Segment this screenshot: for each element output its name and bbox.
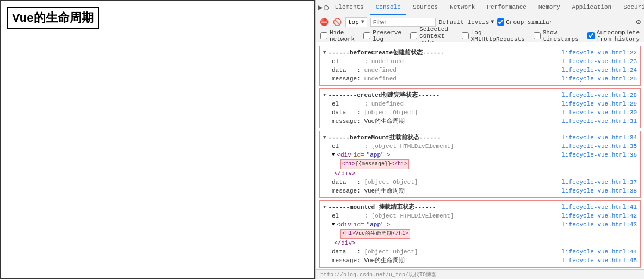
top-label: top	[348, 19, 359, 26]
link-bm-data[interactable]: lifecycle-vue.html:37	[561, 178, 637, 187]
log-xhr-option: Log XMLHttpRequests	[462, 29, 525, 42]
section-mounted: ▼ ------mounted 挂载结束状态------ lifecycle-v…	[319, 200, 641, 268]
mo-div-tag-open: <div	[337, 220, 351, 229]
link-beforecreate-header[interactable]: lifecycle-vue.html:22	[561, 48, 637, 57]
mo-div-attr-name: id=	[354, 220, 364, 229]
stop-icon[interactable]: 🚫	[332, 17, 342, 27]
link-mo-data[interactable]: lifecycle-vue.html:44	[561, 247, 637, 256]
hide-network-checkbox[interactable]	[320, 32, 327, 39]
hide-network-option: Hide network	[320, 29, 355, 42]
page-title: Vue的生命周期	[7, 7, 99, 29]
mo-data-text: data : [object Object]	[332, 247, 561, 256]
mo-h1-rendered: <h1>Vue的生命周期</h1>	[340, 229, 410, 239]
section-title-beforemount: ------beforeMount挂载前状态------	[328, 133, 441, 142]
link-cr-el[interactable]: lifecycle-vue.html:29	[561, 100, 637, 108]
link-cr-msg[interactable]: lifecycle-vue.html:31	[561, 117, 637, 126]
link-mo-msg[interactable]: lifecycle-vue.html:45	[561, 256, 637, 265]
link-cr-data[interactable]: lifecycle-vue.html:30	[561, 108, 637, 117]
status-url: http://blog.csdn.net/u_top/现代TO博客	[320, 271, 437, 278]
show-timestamps-checkbox[interactable]	[534, 32, 541, 39]
tab-console[interactable]: Console	[370, 0, 406, 15]
inspect-icon[interactable]: ▶	[318, 2, 323, 13]
mo-div-end: </div>	[334, 239, 356, 247]
filter-input[interactable]	[370, 18, 436, 27]
top-selector[interactable]: top ▼	[345, 17, 367, 27]
section-title-beforecreate: ------beforeCreate创建前状态------	[328, 48, 444, 57]
cr-el-text: el : undefined	[332, 100, 561, 108]
link-bm-header[interactable]: lifecycle-vue.html:34	[561, 133, 637, 142]
show-timestamps-label: Show timestamps	[543, 29, 579, 42]
cr-data-text: data : [object Object]	[332, 108, 561, 117]
link-bc-data[interactable]: lifecycle-vue.html:24	[561, 66, 637, 75]
mo-el-text: el : [object HTMLDivElement]	[332, 212, 561, 220]
triangle-icon: ▼	[323, 133, 326, 142]
bm-msg-line: message: Vue的生命周期 lifecycle-vue.html:38	[323, 187, 637, 195]
default-levels-label: Default levels	[439, 19, 489, 26]
link-bm-el[interactable]: lifecycle-vue.html:35	[561, 142, 637, 151]
link-bm-dom[interactable]: lifecycle-vue.html:36	[561, 151, 637, 159]
link-bc-msg[interactable]: lifecycle-vue.html:25	[561, 75, 637, 83]
bm-div-close: >	[387, 151, 391, 159]
link-bc-el[interactable]: lifecycle-vue.html:23	[561, 57, 637, 66]
levels-arrow: ▼	[491, 19, 494, 25]
bm-el-text: el : [object HTMLDivElement]	[332, 142, 561, 151]
tab-elements[interactable]: Elements	[330, 0, 369, 15]
log-xhr-checkbox[interactable]	[462, 32, 469, 39]
link-mo-header[interactable]: lifecycle-vue.html:41	[561, 203, 637, 212]
mo-msg-text: message: Vue的生命周期	[332, 256, 561, 265]
selected-context-checkbox[interactable]	[410, 32, 417, 39]
default-levels-dropdown[interactable]: Default levels ▼	[439, 19, 494, 26]
bc-msg-line: message: undefined lifecycle-vue.html:25	[323, 75, 637, 83]
link-bm-msg[interactable]: lifecycle-vue.html:38	[561, 187, 637, 195]
section-title-mounted: ------mounted 挂载结束状态------	[328, 203, 436, 212]
mo-div-close: >	[387, 220, 391, 229]
tab-security[interactable]: Security	[618, 0, 644, 15]
bm-data-text: data : [object Object]	[332, 178, 561, 187]
clear-console-icon[interactable]: ⛔	[319, 17, 329, 27]
bc-data-line: data : undefined lifecycle-vue.html:24	[323, 66, 637, 75]
top-dropdown-arrow: ▼	[361, 19, 364, 25]
autocomplete-checkbox[interactable]	[587, 32, 595, 39]
bc-el-line: el : undefined lifecycle-vue.html:23	[323, 57, 637, 66]
preserve-log-checkbox[interactable]	[363, 32, 370, 39]
mo-msg-line: message: Vue的生命周期 lifecycle-vue.html:45	[323, 256, 637, 265]
bm-h1-raw: <h1>{{message}}</h1>	[340, 159, 409, 169]
log-xhr-label: Log XMLHttpRequests	[471, 29, 525, 42]
bm-h1-open: <h1>	[342, 161, 355, 167]
autocomplete-label: Autocomplete from history	[597, 29, 640, 42]
tab-performance[interactable]: Performance	[481, 0, 532, 15]
bm-div-end: </div>	[334, 169, 356, 178]
section-beforemount: ▼ ------beforeMount挂载前状态------ lifecycle…	[319, 131, 641, 198]
bm-div-attr-name: id=	[354, 151, 364, 159]
tab-application[interactable]: Application	[567, 0, 617, 15]
triangle-icon: ▼	[323, 203, 326, 212]
bm-el-line: el : [object HTMLDivElement] lifecycle-v…	[323, 142, 637, 151]
bm-dom-content: ▼ <div id="app"> <h1>{{message}}</h1> </…	[332, 151, 409, 178]
preserve-log-label: Preserve log	[373, 29, 401, 42]
group-similar-checkbox[interactable]	[497, 18, 504, 26]
link-mo-dom[interactable]: lifecycle-vue.html:43	[561, 220, 637, 229]
link-mo-el[interactable]: lifecycle-vue.html:42	[561, 212, 637, 220]
section-beforecreate: ▼ ------beforeCreate创建前状态------ lifecycl…	[319, 46, 641, 86]
section-header-beforecreate[interactable]: ▼ ------beforeCreate创建前状态------	[323, 48, 444, 57]
mo-data-line: data : [object Object] lifecycle-vue.htm…	[323, 247, 637, 256]
cr-el-line: el : undefined lifecycle-vue.html:29	[323, 100, 637, 108]
section-header-beforemount[interactable]: ▼ ------beforeMount挂载前状态------	[323, 133, 441, 142]
link-created-header[interactable]: lifecycle-vue.html:28	[561, 91, 637, 100]
preserve-log-option: Preserve log	[363, 29, 401, 42]
mobile-icon[interactable]: ◯	[324, 2, 328, 13]
tab-memory[interactable]: Memory	[533, 0, 566, 15]
settings-icon[interactable]: ⚙	[636, 17, 641, 27]
right-checkboxes: Log XMLHttpRequests Show timestamps Auto…	[462, 29, 640, 42]
tab-network[interactable]: Network	[444, 0, 480, 15]
section-header-mounted[interactable]: ▼ ------mounted 挂载结束状态------	[323, 203, 436, 212]
devtools-filter-bar: Hide network Preserve log Selected conte…	[316, 29, 644, 42]
dom2-triangle: ▼	[332, 220, 335, 229]
bc-msg-text: message: undefined	[332, 75, 561, 83]
bc-data-text: data : undefined	[332, 66, 561, 75]
section-created: ▼ --------created创建完毕状态------ lifecycle-…	[319, 88, 641, 128]
bc-el-text: el : undefined	[332, 57, 561, 66]
section-header-created[interactable]: ▼ --------created创建完毕状态------	[323, 91, 439, 100]
tab-sources[interactable]: Sources	[407, 0, 443, 15]
left-page: Vue的生命周期	[0, 0, 315, 279]
